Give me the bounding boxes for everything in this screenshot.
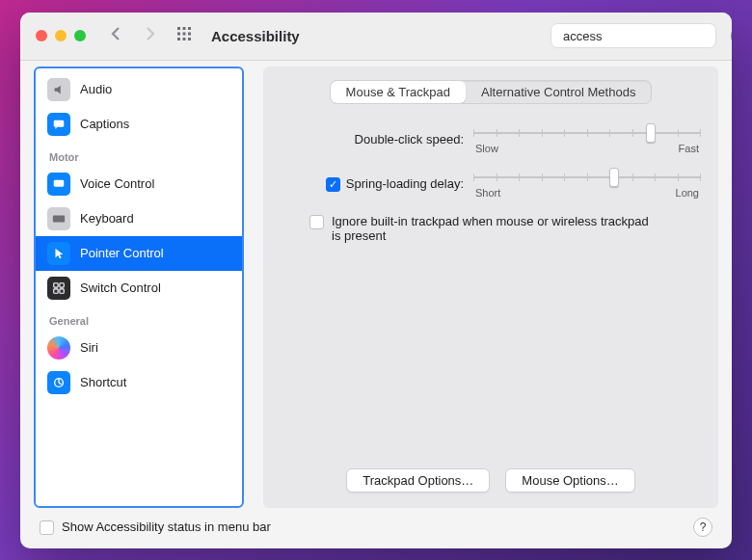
svg-rect-7 [183,38,186,40]
sidebar-item-label: Voice Control [80,176,154,191]
spring-loading-delay-slider[interactable] [473,170,701,185]
svg-rect-11 [54,120,65,126]
ignore-trackpad-row: Ignore built-in trackpad when mouse or w… [281,214,701,243]
keyboard-icon [47,207,70,230]
show-status-checkbox[interactable] [40,520,54,535]
svg-rect-1 [183,27,186,30]
mouse-options-button[interactable]: Mouse Options… [505,468,634,493]
siri-icon [47,336,70,360]
accessibility-preferences-window: Accessibility ✕ Audio [20,13,732,548]
minimize-window-button[interactable] [55,30,67,41]
svg-point-13 [56,182,58,184]
svg-rect-19 [54,288,58,292]
spring-loading-label: Spring-loading delay: [346,176,464,191]
ignore-trackpad-label: Ignore built-in trackpad when mouse or w… [332,214,650,243]
sidebar-item-voice-control[interactable]: Voice Control [36,167,242,201]
sidebar-item-shortcut[interactable]: Shortcut [36,365,242,400]
sidebar-item-label: Siri [80,340,98,355]
close-window-button[interactable] [36,30,47,41]
section-motor: Motor [36,142,242,167]
tab-mouse-trackpad[interactable]: Mouse & Trackpad [331,81,466,103]
svg-rect-0 [177,27,180,30]
forward-button[interactable] [142,26,157,45]
window-footer: Show Accessibility status in menu bar ? [34,516,718,539]
sidebar-item-label: Audio [80,82,112,96]
sidebar-item-siri[interactable]: Siri [36,331,242,365]
slider-min-label: Slow [475,143,498,154]
double-click-speed-slider[interactable] [473,125,701,141]
show-status-label: Show Accessibility status in menu bar [62,520,271,534]
sidebar-item-captions[interactable]: Captions [36,107,242,142]
sidebar-item-switch-control[interactable]: Switch Control [36,271,242,306]
help-button[interactable]: ? [693,518,712,537]
sidebar-item-keyboard[interactable]: Keyboard [36,201,242,236]
ignore-trackpad-checkbox[interactable] [309,215,324,229]
svg-point-14 [58,182,60,184]
shortcut-icon [47,371,70,394]
captions-icon [47,113,70,136]
back-button[interactable] [109,26,124,45]
slider-max-label: Long [676,187,699,199]
category-sidebar[interactable]: Audio Captions Motor Voice Control [34,67,244,508]
zoom-window-button[interactable] [74,30,86,41]
sidebar-item-label: Captions [80,117,129,131]
svg-rect-18 [60,282,64,286]
slider-max-label: Fast [679,143,699,154]
nav-arrows [109,26,157,45]
window-title: Accessibility [211,28,300,44]
tab-alternative-control[interactable]: Alternative Control Methods [466,81,651,103]
show-all-prefs-button[interactable] [176,26,192,45]
traffic-lights [36,30,86,41]
sidebar-item-audio[interactable]: Audio [36,72,242,107]
sidebar-item-label: Keyboard [80,211,134,226]
search-input[interactable] [563,29,725,43]
svg-rect-4 [183,33,186,36]
svg-rect-20 [60,288,64,292]
svg-rect-2 [188,27,191,30]
trackpad-options-button[interactable]: Trackpad Options… [346,468,490,493]
tab-segmented-control[interactable]: Mouse & Trackpad Alternative Control Met… [330,80,653,104]
sidebar-item-label: Switch Control [80,280,161,295]
svg-point-15 [60,182,62,184]
search-field[interactable]: ✕ [551,23,716,48]
spring-loading-delay-row: ✓ Spring-loading delay: Short Lo [281,170,701,199]
titlebar: Accessibility ✕ [20,13,732,61]
voice-control-icon [47,173,70,196]
settings-pane: Mouse & Trackpad Alternative Control Met… [263,67,718,508]
svg-rect-8 [188,38,191,40]
svg-rect-5 [188,33,191,36]
slider-thumb[interactable] [609,168,619,187]
sidebar-item-pointer-control[interactable]: Pointer Control [36,236,242,271]
switch-control-icon [47,277,70,300]
pointer-control-icon [47,242,70,265]
slider-thumb[interactable] [646,123,656,143]
svg-rect-6 [177,38,180,40]
sidebar-item-label: Shortcut [80,375,126,389]
svg-rect-3 [177,33,180,36]
slider-min-label: Short [475,187,500,199]
double-click-speed-row: Double-click speed: Slow Fast [281,125,701,154]
double-click-label: Double-click speed: [355,132,464,147]
section-general: General [36,306,242,331]
sidebar-item-label: Pointer Control [80,246,164,260]
clear-search-button[interactable]: ✕ [731,29,732,43]
svg-rect-17 [54,282,58,286]
audio-icon [47,78,70,101]
spring-loading-checkbox[interactable]: ✓ [326,177,340,192]
svg-rect-16 [53,215,65,222]
